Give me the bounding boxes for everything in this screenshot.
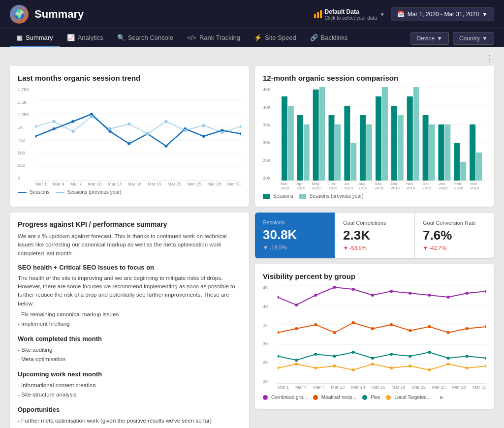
- bottom-grid: Progress against KPI / performance summa…: [10, 213, 494, 428]
- svg-rect-41: [313, 90, 319, 181]
- svg-rect-46: [350, 143, 356, 181]
- sessions-change: ▼ -19.5%: [263, 245, 327, 250]
- svg-point-9: [71, 120, 74, 123]
- svg-point-94: [295, 359, 298, 362]
- date-picker[interactable]: 📅 Mar 1, 2020 - Mar 31, 2020 ▼: [391, 7, 494, 21]
- more-options-button[interactable]: ⋮: [10, 53, 494, 64]
- goal-conversion-change: ▼-42.7%: [423, 245, 486, 251]
- svg-point-30: [240, 125, 241, 128]
- visibility-card: Visibility percent by group 45 40 35 30 …: [255, 264, 494, 409]
- svg-point-76: [409, 292, 411, 295]
- svg-point-28: [202, 124, 205, 127]
- search-icon: 🔍: [117, 34, 125, 41]
- svg-rect-50: [382, 87, 388, 181]
- svg-point-99: [390, 353, 393, 356]
- svg-point-81: [278, 331, 279, 334]
- svg-rect-56: [429, 124, 435, 181]
- svg-point-107: [314, 367, 317, 369]
- svg-point-109: [352, 368, 355, 371]
- svg-rect-45: [344, 106, 350, 181]
- svg-point-71: [314, 294, 317, 297]
- svg-rect-53: [407, 96, 413, 181]
- data-label: Default Data Click to select your data: [325, 8, 377, 21]
- visibility-title: Visibility percent by group: [263, 272, 486, 280]
- logo: 🌍: [10, 5, 29, 24]
- legend-nav-arrow[interactable]: ►: [439, 394, 445, 401]
- visibility-legend: Cornbread gro... Meatloaf recip... Pies …: [263, 394, 486, 401]
- svg-point-8: [52, 127, 55, 130]
- performance-heading: Progress against KPI / performance summa…: [18, 220, 241, 228]
- nav-item-search-console[interactable]: 🔍 Search Console: [110, 29, 181, 47]
- upcoming-work-heading: Upcoming work next month: [18, 370, 241, 378]
- svg-point-114: [446, 363, 449, 366]
- svg-point-73: [352, 288, 355, 291]
- nav-item-site-speed[interactable]: ⚡ Site Speed: [247, 29, 303, 47]
- data-icon: [314, 10, 322, 18]
- svg-point-85: [352, 321, 355, 324]
- speed-icon: ⚡: [254, 34, 262, 41]
- code-icon: </>: [187, 34, 196, 41]
- svg-point-113: [428, 368, 431, 371]
- svg-point-91: [466, 327, 469, 330]
- svg-point-12: [127, 142, 130, 145]
- svg-rect-42: [319, 87, 325, 181]
- svg-point-75: [390, 290, 393, 293]
- svg-point-111: [390, 367, 393, 369]
- svg-rect-54: [413, 87, 419, 181]
- legend-meatloaf: Meatloaf recip...: [313, 395, 356, 400]
- work-completed-heading: Work completed this month: [18, 335, 241, 342]
- svg-rect-37: [282, 96, 287, 181]
- main-content: ⋮ Last months organic session trend 1.75…: [0, 47, 504, 428]
- right-panel: Sessions 30.8K ▼ -19.5% Goal Completions…: [255, 213, 494, 428]
- goal-completions-value: 2.3K: [343, 228, 406, 243]
- link-icon: 🔗: [310, 34, 318, 41]
- analytics-icon: 📈: [67, 34, 75, 41]
- seo-health-body: The health of the site is improving and …: [18, 274, 241, 308]
- svg-rect-38: [288, 106, 294, 181]
- nav-item-backlinks[interactable]: 🔗 Backlinks: [303, 29, 355, 47]
- page-title: Summary: [34, 8, 84, 21]
- goal-completions-change: ▼-53.9%: [343, 245, 406, 251]
- svg-point-74: [371, 294, 374, 297]
- header: 🌍 Summary Default Data Click to select y…: [0, 0, 504, 29]
- svg-point-14: [164, 145, 167, 148]
- svg-rect-49: [376, 96, 381, 181]
- svg-point-20: [52, 120, 55, 123]
- svg-point-24: [127, 122, 130, 125]
- svg-point-21: [71, 130, 74, 133]
- svg-point-90: [446, 331, 449, 334]
- seo-health-heading: SEO health + Critical SEO issues to focu…: [18, 264, 241, 271]
- svg-point-92: [485, 325, 486, 328]
- header-right: Default Data Click to select your data ▼…: [314, 7, 494, 21]
- header-left: 🌍 Summary: [10, 5, 84, 24]
- top-grid: Last months organic session trend 1.75K …: [10, 66, 494, 207]
- legend-pies: Pies: [362, 395, 380, 400]
- organic-trend-card: Last months organic session trend 1.75K …: [10, 66, 249, 207]
- performance-body: We are x % up/down against forecast. Thi…: [18, 232, 241, 258]
- data-selector[interactable]: Default Data Click to select your data ▼: [314, 8, 385, 21]
- svg-point-78: [446, 296, 449, 299]
- legend-local: Local Targeted...: [386, 395, 431, 400]
- opportunities-bullets: - Further meta optimisation work (given …: [18, 416, 241, 428]
- svg-point-23: [108, 127, 111, 130]
- svg-point-88: [409, 329, 411, 332]
- svg-point-25: [146, 132, 149, 135]
- sessions-value: 30.8K: [263, 227, 327, 243]
- session-comparison-title: 12-month organic session comparison: [263, 74, 486, 82]
- country-dropdown[interactable]: Country ▼: [453, 32, 494, 45]
- nav-item-analytics[interactable]: 📈 Analytics: [60, 29, 110, 47]
- svg-point-102: [446, 357, 449, 360]
- svg-point-87: [390, 323, 393, 326]
- nav-item-summary[interactable]: ▦ Summary: [10, 29, 60, 47]
- organic-trend-title: Last months organic session trend: [18, 74, 241, 82]
- navigation: ▦ Summary 📈 Analytics 🔍 Search Console <…: [0, 29, 504, 47]
- svg-rect-47: [360, 115, 366, 181]
- svg-point-80: [485, 290, 486, 293]
- nav-item-rank-tracking[interactable]: </> Rank Tracking: [180, 29, 247, 47]
- svg-point-86: [371, 327, 374, 330]
- svg-rect-39: [297, 115, 303, 181]
- svg-point-115: [466, 367, 469, 369]
- organic-trend-legend: Sessions Sessions (previous year): [18, 189, 241, 195]
- svg-point-70: [295, 304, 298, 306]
- device-dropdown[interactable]: Device ▼: [410, 32, 449, 45]
